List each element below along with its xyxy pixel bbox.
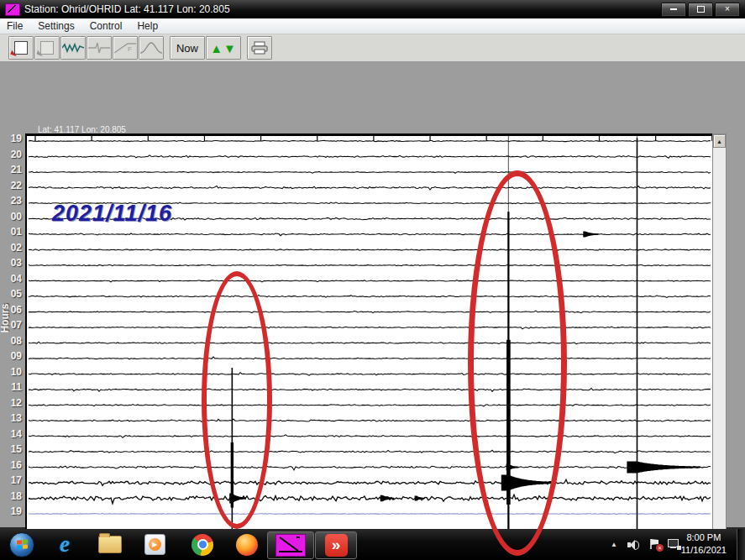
date-label: 2021/11/16 (52, 201, 172, 227)
taskbar: e ▶ » ▲ × 8:00 PM 11/16/2021 (0, 529, 745, 560)
hour-label-23: 18 (2, 490, 22, 502)
taskbar-anydesk[interactable]: » (315, 531, 357, 559)
hour-label-21: 16 (2, 459, 22, 471)
seismogram-traces (27, 136, 712, 547)
clock-date: 11/16/2021 (681, 544, 727, 557)
taskbar-media-player[interactable]: ▶ (140, 531, 169, 557)
titlebar[interactable]: Station: Ohrid/OHRID Lat: 41.117 Lon: 20… (0, 0, 745, 18)
impulse-icon (88, 42, 110, 54)
windows-start-icon (9, 532, 34, 557)
open-button[interactable] (8, 36, 34, 60)
media-player-icon: ▶ (144, 534, 165, 555)
plot-header-latlon: Lat: 41.117 Lon: 20.805 (38, 125, 126, 134)
internet-explorer-icon: e (60, 531, 70, 557)
speaker-icon (627, 540, 639, 550)
hour-label-1: 20 (2, 149, 22, 160)
hour-label-20: 15 (2, 443, 22, 455)
flag-alert-icon: × (650, 539, 661, 550)
hour-label-11: 06 (2, 304, 22, 316)
impulse-button-disabled[interactable] (87, 36, 112, 60)
hour-label-4: 23 (2, 195, 22, 207)
bell-curve-icon (139, 41, 163, 55)
hour-label-19: 14 (2, 428, 22, 440)
clock-time: 8:00 PM (681, 531, 727, 544)
menu-item-control[interactable]: Control (90, 20, 123, 32)
hour-label-5: 00 (2, 211, 22, 222)
helicorder-plot[interactable]: Sample rate: 18.28 Decimate factor: Gain… (25, 133, 712, 549)
seismograph-app-icon (275, 534, 306, 557)
folder-icon (98, 536, 122, 553)
scroll-updown-button[interactable]: ▲▼ (206, 36, 241, 60)
hour-label-13: 08 (2, 335, 22, 347)
taskbar-chrome[interactable] (188, 531, 217, 557)
close-button[interactable]: × (715, 3, 740, 17)
response-button[interactable] (139, 36, 164, 60)
filter-ramp-icon: F (113, 41, 137, 55)
tray-volume[interactable] (627, 529, 639, 560)
firefox-icon (236, 534, 258, 556)
hour-label-16: 11 (2, 381, 22, 393)
printer-icon (250, 41, 269, 55)
hour-label-10: 05 (2, 288, 22, 300)
window-title: Station: Ohrid/OHRID Lat: 41.117 Lon: 20… (24, 3, 230, 15)
menu-item-file[interactable]: File (7, 20, 23, 32)
copy-button-disabled[interactable] (34, 36, 60, 60)
tray-show-hidden[interactable]: ▲ (611, 529, 617, 560)
now-button[interactable]: Now (170, 36, 205, 60)
desktop: Station: Ohrid/OHRID Lat: 41.117 Lon: 20… (0, 0, 745, 560)
minimize-button[interactable] (661, 3, 686, 17)
hour-label-17: 12 (2, 397, 22, 409)
window-controls: × (661, 3, 740, 17)
start-button[interactable] (8, 531, 35, 557)
hour-label-15: 10 (2, 366, 22, 378)
tray-up-arrow-icon: ▲ (611, 541, 617, 548)
copy-icon (40, 41, 54, 55)
app-icon (5, 3, 20, 16)
taskbar-internet-explorer[interactable]: e (50, 531, 79, 557)
hour-label-22: 17 (2, 474, 22, 486)
hour-label-24: 19 (2, 505, 22, 517)
tray-network[interactable] (668, 529, 681, 560)
vertical-scrollbar[interactable]: ▲ ▼ (712, 133, 727, 547)
hour-label-2: 21 (2, 164, 22, 175)
hour-label-0: 19 (2, 133, 22, 144)
tray-action-center[interactable]: × (650, 529, 661, 560)
scrollbar-up-icon[interactable]: ▲ (713, 134, 726, 148)
show-desktop-button[interactable] (737, 529, 745, 560)
hour-label-12: 07 (2, 319, 22, 331)
menu-item-help[interactable]: Help (137, 20, 158, 32)
toolbar: F Now ▲▼ (0, 34, 745, 62)
hour-label-6: 01 (2, 226, 22, 238)
taskbar-seismograph-app-active[interactable] (267, 531, 314, 559)
hour-label-9: 04 (2, 273, 22, 285)
taskbar-clock[interactable]: 8:00 PM 11/16/2021 (681, 531, 727, 557)
hour-label-14: 09 (2, 350, 22, 362)
taskbar-file-explorer[interactable] (96, 531, 124, 557)
menubar: FileSettingsControlHelp (0, 18, 745, 34)
chrome-icon (191, 534, 213, 556)
menu-item-settings[interactable]: Settings (38, 20, 74, 32)
hour-label-8: 03 (2, 257, 22, 269)
network-icon (668, 539, 681, 550)
client-area: Lat: 41.117 Lon: 20.805 Hours 1920212223… (0, 62, 745, 529)
green-up-arrow-icon: ▲ (210, 41, 223, 55)
filter-button-disabled[interactable]: F (113, 36, 138, 60)
hour-label-18: 13 (2, 412, 22, 424)
taskbar-firefox[interactable] (233, 531, 261, 557)
waveform-icon (62, 42, 84, 54)
green-down-arrow-icon: ▼ (223, 41, 237, 55)
svg-text:F: F (128, 45, 132, 53)
maximize-button[interactable] (688, 3, 713, 17)
print-button[interactable] (247, 36, 272, 60)
open-icon (14, 41, 28, 55)
hour-label-3: 22 (2, 180, 22, 191)
waveform-button[interactable] (60, 36, 86, 60)
hour-label-7: 02 (2, 242, 22, 254)
anydesk-icon: » (325, 534, 348, 557)
